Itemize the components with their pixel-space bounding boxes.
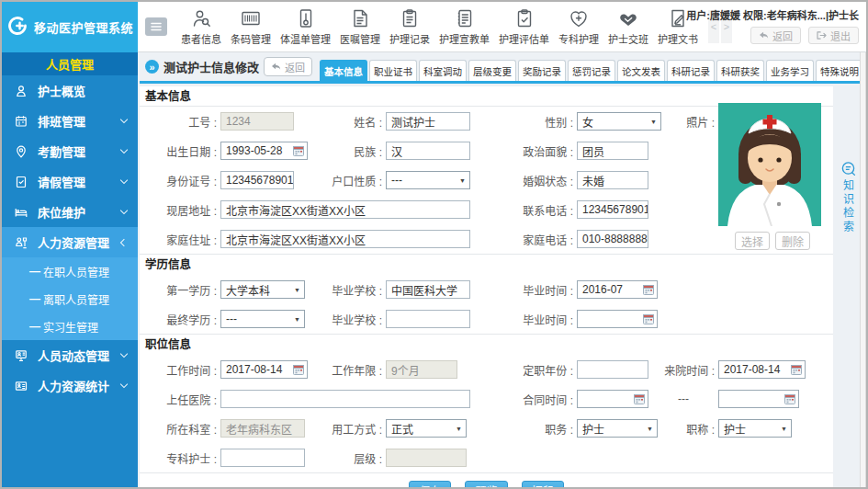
- knowledge-search-tab[interactable]: 知识检索: [839, 161, 857, 234]
- job-title-select[interactable]: 护士▼: [718, 419, 792, 438]
- tab-special-notes[interactable]: 特殊说明: [816, 60, 863, 81]
- sidebar-item-leave[interactable]: 请假管理: [2, 166, 138, 197]
- political-status-field[interactable]: 团员: [577, 142, 648, 160]
- photo-delete-button[interactable]: 删除: [775, 232, 810, 250]
- tab-research-awards[interactable]: 科研获奖: [716, 60, 764, 81]
- contract-start-input[interactable]: [577, 390, 648, 408]
- sidebar-subitem-active-staff[interactable]: — 在职人员管理: [2, 257, 138, 285]
- name-field[interactable]: 测试护士: [386, 112, 470, 131]
- tab-basic-info[interactable]: 基本信息: [320, 60, 367, 81]
- tab-publications[interactable]: 论文发表: [617, 60, 665, 81]
- tab-department-transfer[interactable]: 科室调动: [419, 60, 467, 81]
- barcode-icon: [240, 7, 262, 29]
- chevron-down-icon: [120, 381, 128, 388]
- duty-label: 职务 :: [500, 421, 573, 437]
- department-field: 老年病科东区: [220, 419, 305, 438]
- grad-time1-input[interactable]: 2016-07: [577, 280, 658, 299]
- id-number-field[interactable]: 1234567890123: [220, 171, 294, 189]
- final-degree-select[interactable]: ---▼: [220, 310, 305, 328]
- current-address-field[interactable]: 北京市海淀区XX街道XX小区: [220, 200, 470, 219]
- sidebar: 人员管理 护士概览 排班管理 考勤管理 请假管理 床位维护: [2, 52, 138, 487]
- family-address-field[interactable]: 北京市海淀区XX街道XX小区: [220, 230, 470, 248]
- toolbar-item-medical-orders[interactable]: 医嘱管理: [335, 7, 385, 46]
- family-address-label: 家庭住址 :: [143, 232, 217, 247]
- dash-bullet: —: [29, 265, 40, 278]
- first-degree-select[interactable]: 大学本科▼: [220, 280, 305, 299]
- print-button[interactable]: 打印: [522, 481, 564, 489]
- sidebar-item-schedule[interactable]: 排班管理: [2, 106, 138, 136]
- personnel-dynamics-icon: [15, 349, 29, 362]
- tab-penalties[interactable]: 惩罚记录: [568, 60, 615, 81]
- top-back-button[interactable]: 返回: [750, 27, 801, 44]
- knowledge-search-icon: [840, 161, 856, 176]
- chevron-down-icon: [120, 146, 128, 154]
- save-button[interactable]: 保存: [409, 481, 451, 489]
- job-title-label: 职称 :: [641, 421, 715, 437]
- main-area: » 测试护士信息修改 返回 基本信息 职业证书 科室调动 层级变更 奖励记录 惩…: [138, 52, 866, 487]
- specialty-nursing-icon: [568, 7, 590, 29]
- employment-type-select[interactable]: 正式▼: [386, 419, 467, 438]
- menu-toggle-button[interactable]: [145, 17, 167, 36]
- tab-level-change[interactable]: 层级变更: [468, 60, 516, 81]
- work-years-field: 9个月: [386, 360, 457, 379]
- sidebar-item-hr-statistics[interactable]: 人力资源统计: [2, 370, 138, 401]
- birth-date-label: 出生日期 :: [143, 143, 217, 159]
- top-toolbar: 患者信息 条码管理 体温单管理 医嘱管理 护理记录 护理宣教单 护理评估单 专: [138, 2, 866, 52]
- toolbar-item-nursing-record[interactable]: 护理记录: [385, 7, 434, 46]
- toolbar-item-shift-handover[interactable]: 护士交班: [603, 7, 653, 46]
- tab-research-records[interactable]: 科研记录: [667, 60, 715, 81]
- work-start-input[interactable]: 2017-08-14: [220, 360, 308, 379]
- calendar-icon: [293, 145, 304, 156]
- logout-button[interactable]: 退出: [808, 27, 859, 44]
- family-phone-field[interactable]: 010-88888888: [577, 230, 648, 248]
- hospital-join-input[interactable]: 2017-08-14: [718, 360, 806, 379]
- ethnicity-field[interactable]: 汉: [386, 142, 470, 160]
- sidebar-item-attendance[interactable]: 考勤管理: [2, 136, 138, 166]
- school1-field[interactable]: 中国医科大学: [386, 280, 470, 299]
- birth-date-input[interactable]: 1993-05-28: [220, 142, 308, 160]
- toolbar-item-education-sheet[interactable]: 护理宣教单: [434, 7, 494, 46]
- tab-training[interactable]: 业务学习: [766, 60, 814, 81]
- calendar-icon: [293, 364, 304, 375]
- marital-status-label: 婚姻状态 :: [500, 173, 573, 188]
- prev-hospital-field[interactable]: [220, 390, 470, 408]
- chevron-down-icon: [120, 116, 128, 123]
- phone-field[interactable]: 12345678901: [577, 200, 648, 219]
- specialist-nurse-field[interactable]: [220, 449, 305, 467]
- preview-button[interactable]: 预览: [465, 481, 507, 489]
- toolbar-item-assessment-sheet[interactable]: 护理评估单: [494, 7, 554, 46]
- toolbar-item-patient-info[interactable]: 患者信息: [176, 7, 226, 46]
- hr-management-icon: [15, 236, 29, 249]
- bed-icon: [15, 206, 29, 219]
- section-position: 职位信息 工作时间 : 2017-08-14 工作年限 : 9个月 定职年份 :…: [140, 335, 833, 473]
- marital-status-field[interactable]: 未婚: [577, 171, 648, 189]
- sidebar-item-hr-management[interactable]: 人力资源管理: [2, 227, 138, 257]
- assessment-sheet-icon: [513, 7, 535, 29]
- shift-handover-icon: [617, 7, 639, 29]
- select-caret-icon: ▼: [781, 426, 787, 432]
- tab-certificates[interactable]: 职业证书: [369, 60, 417, 81]
- scrollbar[interactable]: [860, 52, 866, 487]
- sidebar-item-personnel-dynamics[interactable]: 人员动态管理: [2, 340, 138, 370]
- toolbar-item-specialty-nursing[interactable]: 专科护理: [554, 7, 603, 46]
- school1-label: 毕业学校 :: [310, 282, 382, 298]
- tab-awards[interactable]: 奖励记录: [518, 60, 566, 81]
- page-back-button[interactable]: 返回: [264, 57, 312, 76]
- sidebar-subitem-interns[interactable]: — 实习生管理: [2, 313, 138, 340]
- logout-icon: [817, 31, 827, 40]
- sidebar-subitem-former-staff[interactable]: — 离职人员管理: [2, 285, 138, 313]
- household-type-select[interactable]: ---▼: [386, 171, 470, 189]
- toolbar-item-temperature-sheet[interactable]: 体温单管理: [276, 7, 335, 46]
- level-field: [386, 449, 467, 467]
- sidebar-submenu-hr: — 在职人员管理 — 离职人员管理 — 实习生管理: [2, 257, 138, 340]
- sidebar-item-bed-maintenance[interactable]: 床位维护: [2, 197, 138, 227]
- contract-end-input[interactable]: [718, 390, 799, 408]
- school2-field[interactable]: [386, 310, 470, 328]
- title-year-field[interactable]: [577, 360, 648, 379]
- household-type-label: 户口性质 :: [310, 173, 382, 188]
- section-title-education: 学历信息: [140, 255, 833, 275]
- photo-select-button[interactable]: 选择: [735, 232, 770, 250]
- toolbar-item-barcode[interactable]: 条码管理: [226, 7, 276, 46]
- grad-time2-input[interactable]: [577, 310, 658, 328]
- sidebar-item-nurse-overview[interactable]: 护士概览: [2, 75, 138, 106]
